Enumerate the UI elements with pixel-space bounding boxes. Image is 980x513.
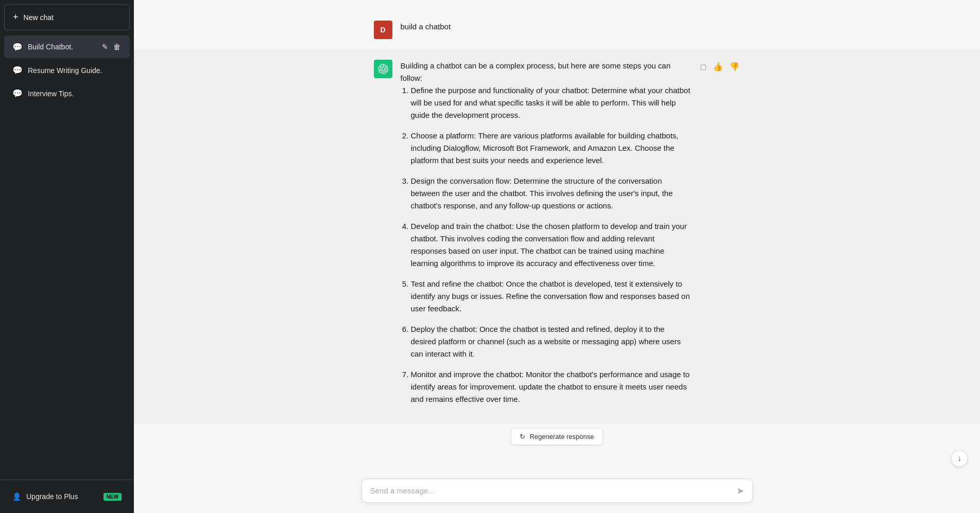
ai-message-content: Building a chatbot can be a complex proc…: [401, 60, 691, 414]
step-item-7: Monitor and improve the chatbot: Monitor…: [411, 368, 691, 405]
conversation: D build a chatbot Building a chatbot can…: [134, 0, 980, 472]
user-message-row: D build a chatbot: [134, 10, 980, 49]
sidebar-bottom: 👤 Upgrade to Plus NEW: [0, 480, 134, 513]
input-wrapper: ➤: [362, 479, 753, 503]
step-item-3: Design the conversation flow: Determine …: [411, 175, 691, 212]
user-avatar: D: [374, 21, 392, 39]
user-message-inner: D build a chatbot: [362, 21, 753, 39]
step-item-1: Define the purpose and functionality of …: [411, 84, 691, 121]
step-item-5: Test and refine the chatbot: Once the ch…: [411, 278, 691, 315]
step-item-6: Deploy the chatbot: Once the chatbot is …: [411, 323, 691, 360]
upgrade-label: Upgrade to Plus: [26, 492, 78, 501]
copy-button[interactable]: ◻: [699, 61, 708, 73]
sidebar-items: 💬 Build Chatbot. ✎ 🗑 💬 Resume Writing Gu…: [0, 34, 134, 105]
sidebar-item-interview-tips[interactable]: 💬 Interview Tips.: [4, 82, 130, 104]
new-badge: NEW: [104, 493, 122, 501]
chat-icon-3: 💬: [12, 89, 23, 98]
ai-avatar: [374, 60, 392, 78]
input-area: ➤: [134, 472, 980, 513]
sidebar-item-label: Build Chatbot.: [28, 43, 96, 51]
item-actions: ✎ 🗑: [101, 42, 122, 52]
thumbs-down-button[interactable]: 👎: [728, 61, 741, 73]
regenerate-icon: ↻: [520, 433, 525, 440]
step-item-4: Develop and train the chatbot: Use the c…: [411, 220, 691, 270]
plus-icon: +: [13, 12, 19, 23]
sidebar-item-resume-writing[interactable]: 💬 Resume Writing Guide.: [4, 59, 130, 81]
user-message-text: build a chatbot: [401, 22, 451, 31]
sidebar: + New chat 💬 Build Chatbot. ✎ 🗑 💬 Resume…: [0, 0, 134, 513]
chat-icon: 💬: [12, 42, 23, 52]
sidebar-item-label-2: Resume Writing Guide.: [28, 66, 122, 75]
user-icon: 👤: [12, 492, 21, 501]
step-item-2: Choose a platform: There are various pla…: [411, 130, 691, 167]
chat-icon-2: 💬: [12, 65, 23, 75]
regenerate-label: Regenerate response: [529, 433, 594, 440]
user-message-content: build a chatbot: [401, 21, 741, 33]
edit-button[interactable]: ✎: [101, 42, 109, 52]
delete-button[interactable]: 🗑: [112, 42, 122, 52]
main-content: D build a chatbot Building a chatbot can…: [134, 0, 980, 513]
thumbs-up-button[interactable]: 👍: [712, 61, 724, 73]
new-chat-button[interactable]: + New chat: [4, 4, 130, 30]
ai-message-inner: Building a chatbot can be a complex proc…: [362, 60, 753, 414]
new-chat-label: New chat: [24, 13, 54, 22]
ai-intro-text: Building a chatbot can be a complex proc…: [401, 60, 691, 84]
sidebar-item-build-chatbot[interactable]: 💬 Build Chatbot. ✎ 🗑: [4, 36, 130, 58]
send-button[interactable]: ➤: [734, 483, 746, 499]
steps-list: Define the purpose and functionality of …: [401, 84, 691, 405]
scroll-down-button[interactable]: ↓: [951, 450, 968, 467]
message-input[interactable]: [362, 479, 752, 502]
regenerate-button[interactable]: ↻ Regenerate response: [511, 428, 603, 445]
message-actions: ◻ 👍 👎: [699, 61, 741, 73]
sidebar-item-label-3: Interview Tips.: [28, 90, 122, 98]
upgrade-button[interactable]: 👤 Upgrade to Plus NEW: [4, 486, 130, 507]
regenerate-bar: ↻ Regenerate response: [134, 424, 980, 447]
ai-message-row: Building a chatbot can be a complex proc…: [134, 49, 980, 424]
